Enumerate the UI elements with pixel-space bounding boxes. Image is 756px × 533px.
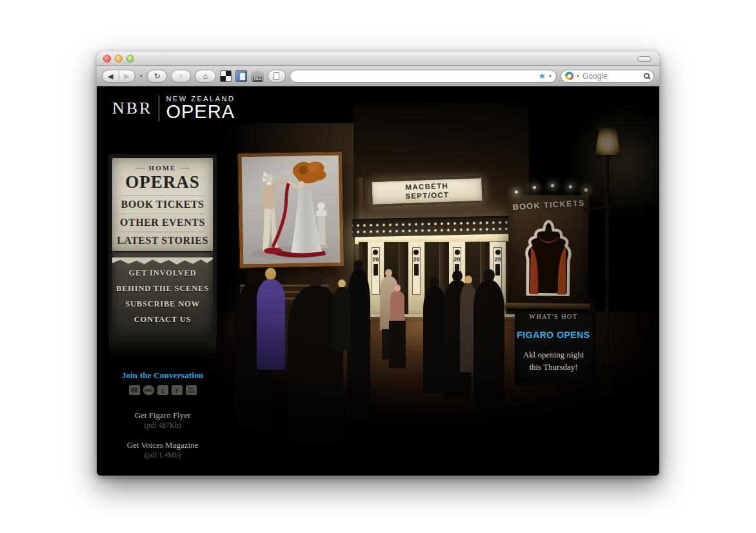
- sidebar-item-get-involved[interactable]: GET INVOLVED: [112, 268, 213, 278]
- dash-decoration: [180, 168, 190, 168]
- sidebar-item-home[interactable]: HOME: [112, 164, 213, 172]
- sidebar-item-other-events[interactable]: OTHER EVENTS: [112, 217, 213, 228]
- sms-icon[interactable]: SMS: [143, 385, 154, 395]
- facebook-icon[interactable]: f: [172, 385, 183, 395]
- dash-decoration: [135, 168, 145, 168]
- voices-magazine-meta: (pdf 1.4Mb): [108, 451, 217, 459]
- figaro-flyer-link[interactable]: Get Figaro Flyer: [108, 410, 217, 421]
- scroll-bottom-fade: [109, 338, 216, 365]
- back-button[interactable]: ◀: [103, 70, 119, 82]
- youtube-line2: Tube: [188, 390, 194, 394]
- reload-button[interactable]: ↻: [147, 70, 167, 83]
- sidebar-item-contact-us[interactable]: CONTACT US: [112, 315, 213, 325]
- twitter-icon[interactable]: t: [157, 385, 168, 395]
- address-bar[interactable]: ★ ▼: [290, 70, 557, 83]
- page-icon: [274, 72, 279, 80]
- whats-hot-line2: this Thursday!: [498, 361, 609, 374]
- join-conversation-link[interactable]: Join the Conversation: [108, 370, 217, 381]
- logo-divider: [159, 96, 159, 121]
- extension-glyph: [240, 73, 245, 80]
- email-icon[interactable]: ✉: [129, 385, 140, 395]
- page-action-button[interactable]: [268, 70, 286, 83]
- forward-button[interactable]: ▶: [119, 70, 135, 82]
- whats-hot-heading: WHAT'S HOT: [498, 313, 609, 320]
- divider-rule: [121, 232, 204, 232]
- minimize-window-button[interactable]: [115, 55, 123, 63]
- url-dropdown-icon[interactable]: ▼: [548, 74, 552, 78]
- logo-nbr: NBR: [112, 99, 152, 118]
- voices-magazine-link[interactable]: Get Voices Magazine: [108, 440, 217, 450]
- browser-toolbar: ◀ ▶ ▼ ↻ × ⌂ TAG ★ ▼ ▼: [97, 66, 659, 86]
- bookmark-star-icon[interactable]: ★: [538, 72, 546, 80]
- nav-parchment: HOME OPERAS BOOK TICKETS OTHER EVENTS LA…: [108, 154, 217, 252]
- history-dropdown[interactable]: ▼: [139, 74, 143, 78]
- page-content: MACBETH SEPT/OCT 20: [97, 87, 659, 476]
- forward-icon: ▶: [124, 72, 130, 80]
- nav-dark-section: GET INVOLVED BEHIND THE SCENES SUBSCRIBE…: [108, 252, 217, 338]
- stop-button[interactable]: ×: [171, 70, 191, 83]
- history-nav-group: ◀ ▶: [102, 70, 135, 83]
- extension-icon[interactable]: [235, 70, 247, 82]
- reload-icon: ↻: [154, 72, 160, 81]
- youtube-icon[interactable]: You Tube: [186, 385, 197, 395]
- search-icon[interactable]: [644, 73, 650, 79]
- home-label: HOME: [149, 164, 177, 172]
- figaro-opens-link[interactable]: FIGARO OPENS: [498, 330, 609, 340]
- close-window-button[interactable]: [103, 55, 111, 63]
- figaro-flyer-meta: (pdf 487Kb): [108, 421, 217, 429]
- sidebar-item-operas[interactable]: OPERAS: [112, 172, 213, 192]
- sidebar-item-book-tickets[interactable]: BOOK TICKETS: [112, 199, 213, 210]
- torn-paper-edge: [112, 257, 213, 265]
- search-engine-dropdown-icon[interactable]: ▼: [576, 74, 580, 78]
- divider-rule: [121, 196, 204, 196]
- search-bar[interactable]: ▼: [561, 70, 654, 83]
- sidebar-item-latest-stories[interactable]: LATEST STORIES: [112, 235, 213, 246]
- tag-label: TAG: [253, 77, 262, 82]
- sidebar-item-behind-the-scenes[interactable]: BEHIND THE SCENES: [112, 284, 213, 294]
- google-logo-icon[interactable]: [565, 72, 573, 80]
- back-icon: ◀: [108, 72, 113, 80]
- tag-extension-icon[interactable]: TAG: [251, 70, 264, 82]
- url-input[interactable]: [294, 72, 535, 81]
- window-titlebar[interactable]: [97, 52, 659, 66]
- home-icon: ⌂: [203, 72, 208, 81]
- zoom-window-button[interactable]: [126, 55, 134, 63]
- google-logo-center: [568, 74, 572, 78]
- whats-hot: WHAT'S HOT FIGARO OPENS Akl opening nigh…: [498, 313, 609, 374]
- site-logo[interactable]: NBR NEW ZEALAND OPERA: [112, 95, 235, 121]
- search-input[interactable]: [582, 72, 641, 81]
- downloads: Get Figaro Flyer (pdf 487Kb) Get Voices …: [108, 410, 217, 459]
- browser-window: ◀ ▶ ▼ ↻ × ⌂ TAG ★ ▼ ▼: [97, 52, 659, 476]
- sidebar-navigation: HOME OPERAS BOOK TICKETS OTHER EVENTS LA…: [108, 154, 217, 459]
- home-button[interactable]: ⌂: [195, 70, 216, 83]
- delicious-bookmarklet-icon[interactable]: [220, 70, 232, 82]
- social-icons: ✉ SMS t f You Tube: [108, 385, 217, 395]
- toolbar-toggle-lozenge[interactable]: [637, 56, 652, 62]
- sidebar-item-subscribe-now[interactable]: SUBSCRIBE NOW: [112, 299, 213, 309]
- logo-opera: OPERA: [166, 103, 235, 121]
- whats-hot-line1: Akl opening night: [498, 349, 609, 361]
- stop-icon: ×: [179, 72, 183, 81]
- divider-rule: [121, 214, 204, 214]
